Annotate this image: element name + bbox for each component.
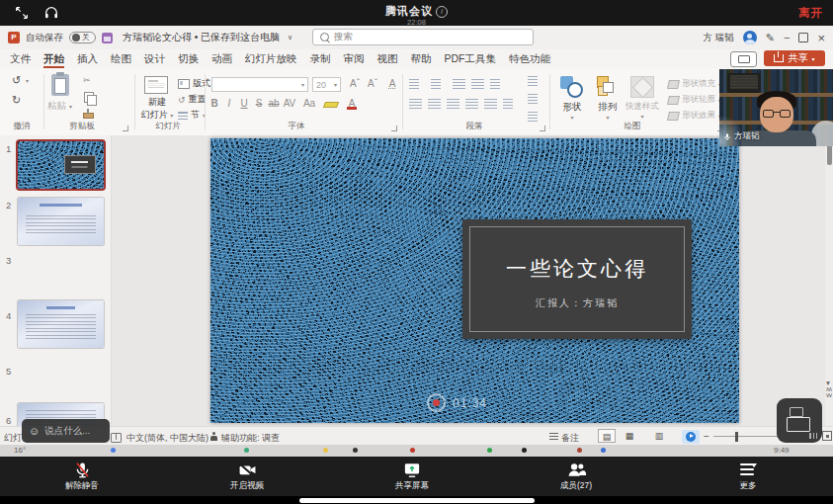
save-icon[interactable] bbox=[102, 33, 113, 43]
smartart-convert-button[interactable] bbox=[528, 112, 538, 122]
font-name-combo[interactable]: ▾ bbox=[211, 77, 308, 92]
font-size-combo[interactable]: 20 ▾ bbox=[312, 77, 341, 92]
members-button[interactable]: 成员(27) bbox=[532, 460, 621, 492]
format-painter-button[interactable] bbox=[83, 113, 94, 119]
doc-title-caret-icon[interactable]: ∨ bbox=[288, 34, 292, 42]
reading-view-button[interactable]: ▥ bbox=[650, 429, 668, 443]
next-slide-button[interactable]: ∨∨ bbox=[823, 392, 833, 398]
bullets-button[interactable] bbox=[409, 79, 419, 89]
strikethrough-button[interactable]: S bbox=[252, 98, 266, 109]
shape-effects-button[interactable]: 形状效果 ▾ bbox=[668, 110, 721, 122]
emoji-icon[interactable]: ☺ bbox=[29, 426, 40, 437]
account-name[interactable]: 方 瑞韬 bbox=[704, 32, 734, 44]
tab-pdf-tools[interactable]: PDF工具集 bbox=[445, 50, 497, 67]
zoom-slider[interactable] bbox=[713, 436, 783, 437]
home-indicator[interactable] bbox=[299, 498, 535, 503]
shapes-button[interactable] bbox=[559, 75, 583, 97]
columns-button[interactable] bbox=[503, 99, 513, 109]
fit-slide-to-window-button[interactable] bbox=[822, 431, 832, 441]
tab-draw[interactable]: 绘图 bbox=[111, 50, 131, 67]
webcam-video[interactable]: 方瑞韬 bbox=[719, 69, 833, 146]
tab-view[interactable]: 视图 bbox=[377, 50, 398, 67]
font-color-button[interactable]: A bbox=[346, 98, 358, 109]
tab-home[interactable]: 开始 bbox=[43, 50, 64, 67]
font-dialog-launcher[interactable] bbox=[391, 126, 397, 131]
language-status[interactable]: 中文(简体, 中国大陆) bbox=[126, 432, 208, 445]
floating-window-widget[interactable] bbox=[777, 398, 822, 443]
maximize-button[interactable] bbox=[798, 33, 808, 42]
slide-thumbnail-2[interactable] bbox=[18, 198, 104, 245]
italic-button[interactable]: I bbox=[222, 98, 236, 109]
decrease-indent-button[interactable] bbox=[453, 79, 465, 89]
spellcheck-icon[interactable] bbox=[111, 433, 122, 443]
clear-formatting-button[interactable]: A bbox=[385, 78, 399, 89]
arrange-button[interactable] bbox=[595, 75, 619, 97]
character-spacing-button[interactable]: AV bbox=[283, 98, 296, 109]
align-right-button[interactable] bbox=[447, 99, 459, 109]
undo-chevron-icon[interactable]: ▾ bbox=[26, 77, 29, 84]
strikethrough2-button[interactable]: ab bbox=[267, 98, 281, 109]
clipboard-dialog-launcher[interactable] bbox=[123, 126, 128, 131]
share-button[interactable]: 共享 ▾ bbox=[764, 50, 825, 66]
meeting-info-icon[interactable]: i bbox=[436, 6, 448, 18]
unmute-button[interactable]: 解除静音 bbox=[38, 460, 126, 492]
cut-button[interactable]: ✂ bbox=[83, 75, 91, 85]
tab-transitions[interactable]: 切换 bbox=[178, 50, 199, 67]
tab-animations[interactable]: 动画 bbox=[211, 50, 232, 67]
justify-button[interactable] bbox=[465, 99, 478, 109]
current-slide[interactable]: 一些论文心得 汇报人：方瑞韬 01:34 bbox=[210, 138, 739, 423]
tab-review[interactable]: 审阅 bbox=[344, 50, 365, 67]
paragraph-dialog-launcher[interactable] bbox=[540, 126, 545, 131]
tab-file[interactable]: 文件 bbox=[10, 50, 31, 67]
comments-button[interactable] bbox=[730, 51, 757, 67]
autosave-toggle[interactable]: 关 bbox=[69, 32, 96, 43]
more-button[interactable]: 更多 bbox=[704, 460, 792, 492]
text-direction-button[interactable] bbox=[528, 76, 538, 86]
shapes-label[interactable]: 形状 ▾ bbox=[557, 101, 587, 121]
align-text-button[interactable] bbox=[528, 94, 538, 104]
new-slide-label[interactable]: 新建 幻灯片 ▾ bbox=[138, 96, 176, 122]
redo-button[interactable]: ↻ bbox=[12, 94, 21, 107]
tab-special-features[interactable]: 特色功能 bbox=[509, 50, 550, 67]
avatar[interactable] bbox=[743, 31, 757, 44]
share-screen-button[interactable]: 共享屏幕 bbox=[368, 460, 457, 492]
reset-button[interactable]: ↺ 重置 bbox=[178, 93, 207, 106]
text-highlight-button[interactable] bbox=[324, 102, 338, 108]
quick-chat-bubble[interactable]: ☺ 说点什么... bbox=[22, 419, 110, 443]
copy-button[interactable] bbox=[84, 92, 94, 103]
tab-insert[interactable]: 插入 bbox=[77, 50, 98, 67]
accessibility-status[interactable]: 辅助功能: 调查 bbox=[221, 432, 280, 445]
tab-help[interactable]: 帮助 bbox=[411, 50, 432, 67]
slide-thumbnail-3[interactable] bbox=[18, 300, 104, 348]
slideshow-button[interactable] bbox=[682, 430, 700, 444]
increase-indent-button[interactable] bbox=[471, 79, 484, 89]
tab-slideshow[interactable]: 幻灯片放映 bbox=[245, 50, 297, 67]
notes-button[interactable]: 备注 bbox=[561, 432, 579, 445]
align-left-button[interactable] bbox=[409, 99, 422, 109]
tab-design[interactable]: 设计 bbox=[144, 50, 165, 67]
shrink-font-button[interactable]: Aˇ bbox=[366, 78, 379, 89]
start-video-button[interactable]: 开启视频 bbox=[203, 460, 292, 492]
new-slide-button[interactable] bbox=[144, 76, 168, 94]
arrange-label[interactable]: 排列 ▾ bbox=[593, 101, 623, 121]
zoom-slider-knob[interactable] bbox=[735, 432, 738, 442]
undo-button[interactable]: ↺ bbox=[12, 74, 21, 87]
close-button[interactable]: × bbox=[817, 31, 825, 45]
paste-label-row[interactable]: 粘贴 ▾ bbox=[47, 100, 72, 113]
align-center-button[interactable] bbox=[428, 99, 441, 109]
shape-fill-button[interactable]: 形状填充 ▾ bbox=[668, 78, 721, 90]
distribute-button[interactable] bbox=[484, 99, 497, 109]
leave-meeting-button[interactable]: 离开 bbox=[798, 6, 823, 21]
change-case-button[interactable]: Aa bbox=[302, 98, 316, 109]
minimize-button[interactable]: − bbox=[784, 32, 790, 43]
search-input[interactable]: 搜索 bbox=[312, 29, 534, 45]
numbering-button[interactable] bbox=[431, 79, 441, 89]
document-title[interactable]: 方瑞韬论文心得 • 已保存到这台电脑 bbox=[123, 31, 280, 44]
underline-button[interactable]: U bbox=[237, 98, 251, 109]
normal-view-button[interactable]: ▤ bbox=[598, 429, 616, 443]
pencil-icon[interactable]: ✎ bbox=[766, 32, 775, 44]
bold-button[interactable]: B bbox=[208, 98, 221, 109]
quick-styles-label[interactable]: 快速样式 ▾ bbox=[623, 101, 662, 120]
slide-sorter-view-button[interactable]: ▦ bbox=[621, 429, 638, 443]
grow-font-button[interactable]: Aˆ bbox=[348, 78, 362, 89]
